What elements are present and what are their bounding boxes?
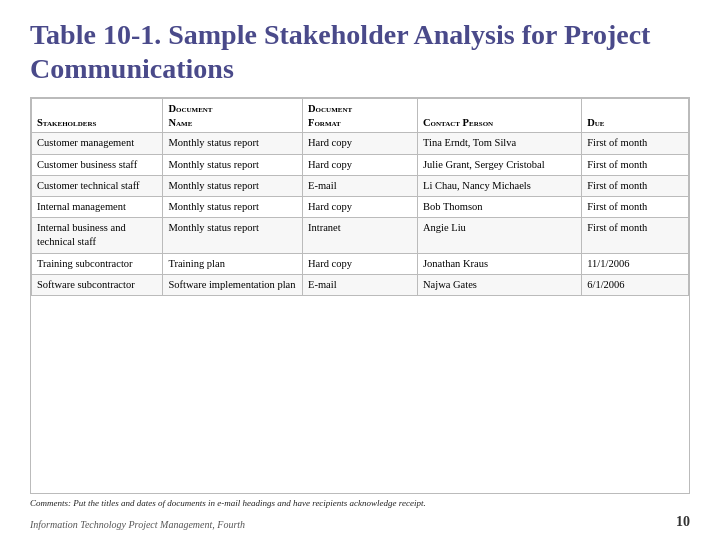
cell-contact: Li Chau, Nancy Michaels [417,175,581,196]
cell-due: 6/1/2006 [582,274,689,295]
cell-due: First of month [582,218,689,253]
cell-due: First of month [582,154,689,175]
table-body: Customer managementMonthly status report… [32,133,689,295]
table-row: Software subcontractorSoftware implement… [32,274,689,295]
cell-stakeholder: Internal business and technical staff [32,218,163,253]
table-wrapper: Stakeholders Document Name Document Form… [30,97,690,494]
cell-due: First of month [582,175,689,196]
cell-contact: Najwa Gates [417,274,581,295]
table-row: Customer managementMonthly status report… [32,133,689,154]
cell-due: First of month [582,196,689,217]
cell-contact: Tina Erndt, Tom Silva [417,133,581,154]
footer-right: 10 [676,514,690,530]
cell-docname: Monthly status report [163,154,303,175]
page-title: Table 10-1. Sample Stakeholder Analysis … [30,18,690,85]
header-docformat: Document Format [303,99,418,133]
cell-stakeholder: Training subcontractor [32,253,163,274]
cell-contact: Angie Liu [417,218,581,253]
table-row: Training subcontractorTraining planHard … [32,253,689,274]
cell-docformat: Intranet [303,218,418,253]
header-docname: Document Name [163,99,303,133]
cell-due: First of month [582,133,689,154]
cell-docname: Monthly status report [163,218,303,253]
cell-stakeholder: Customer technical staff [32,175,163,196]
page: Table 10-1. Sample Stakeholder Analysis … [0,0,720,540]
stakeholder-table: Stakeholders Document Name Document Form… [31,98,689,296]
header-stakeholders: Stakeholders [32,99,163,133]
cell-stakeholder: Customer management [32,133,163,154]
footer: Information Technology Project Managemen… [30,514,690,530]
cell-docname: Monthly status report [163,133,303,154]
cell-docformat: E-mail [303,274,418,295]
cell-contact: Julie Grant, Sergey Cristobal [417,154,581,175]
table-row: Customer technical staffMonthly status r… [32,175,689,196]
cell-docformat: Hard copy [303,133,418,154]
cell-stakeholder: Internal management [32,196,163,217]
cell-docname: Monthly status report [163,196,303,217]
cell-contact: Jonathan Kraus [417,253,581,274]
cell-docname: Software implementation plan [163,274,303,295]
comments: Comments: Put the titles and dates of do… [30,498,690,510]
cell-docname: Training plan [163,253,303,274]
cell-due: 11/1/2006 [582,253,689,274]
table-header: Stakeholders Document Name Document Form… [32,99,689,133]
table-row: Customer business staffMonthly status re… [32,154,689,175]
cell-stakeholder: Customer business staff [32,154,163,175]
header-due: Due [582,99,689,133]
footer-left: Information Technology Project Managemen… [30,519,245,530]
cell-stakeholder: Software subcontractor [32,274,163,295]
header-contact: Contact Person [417,99,581,133]
cell-docformat: Hard copy [303,196,418,217]
cell-docname: Monthly status report [163,175,303,196]
table-row: Internal managementMonthly status report… [32,196,689,217]
cell-docformat: Hard copy [303,154,418,175]
cell-docformat: Hard copy [303,253,418,274]
table-row: Internal business and technical staffMon… [32,218,689,253]
cell-docformat: E-mail [303,175,418,196]
cell-contact: Bob Thomson [417,196,581,217]
